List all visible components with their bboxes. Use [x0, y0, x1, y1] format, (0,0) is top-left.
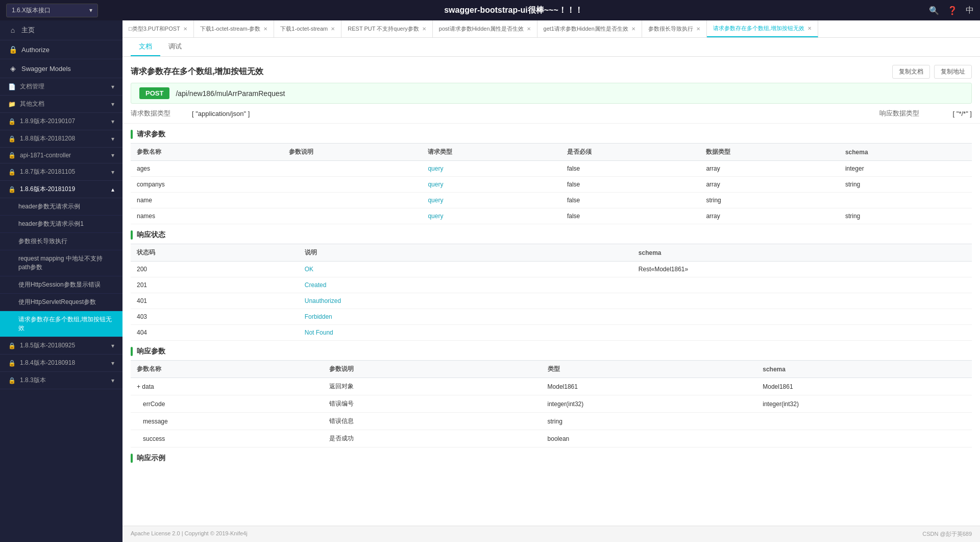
- tab-1-label: 下载1-octet-stream-参数: [200, 25, 261, 33]
- panel-tab-doc[interactable]: 文档: [131, 38, 160, 56]
- response-status-header-row: 状态码 说明 schema: [131, 244, 972, 262]
- sidebar-item-authorize[interactable]: 🔒 Authorize: [0, 40, 122, 59]
- response-data-types: 响应数据类型 [ "*/*" ]: [879, 109, 972, 118]
- version-7-icon: 🔒: [8, 377, 16, 384]
- request-params-table: 参数名称 参数说明 请求类型 是否必须 数据类型 schema ages que…: [131, 143, 972, 224]
- copy-addr-button[interactable]: 复制地址: [934, 65, 972, 79]
- sidebar-sub-2[interactable]: 参数很长导致执行: [0, 233, 122, 250]
- sidebar-item-other-docs[interactable]: 📁 其他文档 ▾: [0, 96, 122, 113]
- tab-5[interactable]: get1请求参数Hidden属性是否生效 ✕: [537, 20, 642, 37]
- sidebar-version-7[interactable]: 🔒 1.8.3版本 ▾: [0, 372, 122, 389]
- version-arrow-icon: ▾: [89, 7, 92, 14]
- main-layout: ⌂ 主页 🔒 Authorize ◈ Swagger Models 📄 文档管理…: [0, 20, 980, 542]
- response-status-row-4: 404 Not Found: [131, 325, 972, 341]
- tab-2[interactable]: 下载1-octet-stream ✕: [274, 20, 341, 37]
- sidebar-sub-1[interactable]: header参数无请求示例1: [0, 216, 122, 233]
- th-status-schema: schema: [632, 244, 972, 262]
- sidebar-version-4[interactable]: 🔒 1.8.6版本-20181019 ▴: [0, 181, 122, 198]
- footer-right: CSDN @彭于英689: [922, 530, 972, 538]
- th-resp-schema: schema: [756, 361, 972, 378]
- request-data-type-label: 请求数据类型: [131, 109, 192, 118]
- sidebar: ⌂ 主页 🔒 Authorize ◈ Swagger Models 📄 文档管理…: [0, 20, 122, 542]
- tab-7[interactable]: 请求参数存在多个数组,增加按钮无效 ✕: [707, 20, 818, 37]
- response-status-header: 响应状态: [131, 230, 972, 240]
- request-data-type-value: [ "application/json" ]: [192, 110, 250, 117]
- resp-param-type-0: Model1861: [542, 378, 757, 395]
- sidebar-sub-5[interactable]: 使用HttpServletRequest参数: [0, 294, 122, 311]
- sidebar-version-2[interactable]: 🔒 api-1871-controller ▾: [0, 148, 122, 163]
- th-resp-empty: [487, 361, 542, 378]
- topbar: 1.6.X版本接口 ▾ swagger-bootstrap-ui很棒~~~！！！…: [0, 0, 980, 20]
- resp-param-empty-2: [487, 413, 542, 430]
- tab-2-label: 下载1-octet-stream: [280, 25, 328, 33]
- help-icon[interactable]: ❓: [947, 6, 958, 15]
- tab-1-close[interactable]: ✕: [263, 26, 267, 32]
- resp-param-schema-3: [756, 430, 972, 447]
- req-param-name-1: companys: [131, 177, 283, 193]
- api-header: 请求参数存在多个数组,增加按钮无效 复制文档 复制地址: [122, 57, 980, 83]
- sidebar-version-3[interactable]: 🔒 1.8.7版本-20181105 ▾: [0, 163, 122, 181]
- resp-status-empty-2: [565, 293, 632, 309]
- tab-1[interactable]: 下载1-octet-stream-参数 ✕: [194, 20, 275, 37]
- panel-tab-debug[interactable]: 调试: [160, 38, 190, 56]
- request-params-row-3: names query false array string: [131, 208, 972, 224]
- response-params-table: 参数名称 参数说明 类型 schema + data 返回对象 Model186…: [131, 360, 972, 447]
- sidebar-version-6[interactable]: 🔒 1.8.4版本-20180918 ▾: [0, 355, 122, 372]
- sidebar-item-swagger-models[interactable]: ◈ Swagger Models: [0, 59, 122, 78]
- tab-4[interactable]: post请求参数Hidden属性是否生效 ✕: [433, 20, 537, 37]
- resp-status-desc-0: OK: [299, 262, 566, 277]
- sidebar-swagger-label: Swagger Models: [21, 65, 71, 73]
- resp-status-schema-0: Rest«Model1861»: [632, 262, 972, 277]
- tab-0-close[interactable]: ✕: [183, 26, 187, 32]
- tab-4-close[interactable]: ✕: [527, 26, 531, 32]
- version-6-icon: 🔒: [8, 360, 16, 367]
- sidebar-sub-0[interactable]: header参数无请求示例: [0, 198, 122, 216]
- tabs-bar: □类型3.PUT和POST ✕ 下载1-octet-stream-参数 ✕ 下载…: [122, 20, 980, 38]
- sidebar-item-doc-mgmt[interactable]: 📄 文档管理 ▾: [0, 78, 122, 96]
- tab-0-label: □类型3.PUT和POST: [129, 25, 180, 33]
- lang-icon[interactable]: 中: [966, 5, 974, 16]
- version-0-icon: 🔒: [8, 118, 16, 125]
- sidebar-version-1[interactable]: 🔒 1.8.8版本-20181208 ▾: [0, 130, 122, 148]
- version-selector[interactable]: 1.6.X版本接口 ▾: [6, 4, 98, 17]
- tab-6[interactable]: 参数很长导致执行 ✕: [642, 20, 707, 37]
- tab-5-close[interactable]: ✕: [631, 26, 635, 32]
- request-params-section: 请求参数 参数名称 参数说明 请求类型 是否必须 数据类型 schema: [131, 130, 972, 224]
- resp-status-code-1: 201: [131, 277, 299, 293]
- sidebar-sub-4[interactable]: 使用HttpSession参数显示错误: [0, 276, 122, 294]
- response-params-bar: [131, 347, 133, 356]
- resp-param-name-1: errCode: [131, 395, 323, 413]
- tab-7-close[interactable]: ✕: [807, 26, 812, 31]
- sidebar-version-0[interactable]: 🔒 1.8.9版本-20190107 ▾: [0, 113, 122, 130]
- tab-2-close[interactable]: ✕: [331, 26, 335, 32]
- version-7-arrow-icon: ▾: [111, 377, 114, 384]
- sidebar-version-5[interactable]: 🔒 1.8.5版本-20180925 ▾: [0, 337, 122, 355]
- req-param-desc-2: [283, 193, 422, 208]
- response-params-row-1: errCode 错误编号 integer(int32) integer(int3…: [131, 395, 972, 413]
- response-params-header-row: 参数名称 参数说明 类型 schema: [131, 361, 972, 378]
- th-data-type: 数据类型: [700, 144, 839, 161]
- doc-mgmt-arrow-icon: ▾: [111, 83, 114, 90]
- sidebar-sub-3[interactable]: request mapping 中地址不支持path参数: [0, 250, 122, 276]
- sidebar-otherdocs-label: 其他文档: [20, 100, 44, 108]
- tab-5-label: get1请求参数Hidden属性是否生效: [544, 25, 628, 33]
- response-params-title: 响应参数: [137, 347, 165, 356]
- resp-status-empty-1: [565, 277, 632, 293]
- req-param-type-3: query: [422, 208, 561, 224]
- tab-3-close[interactable]: ✕: [422, 26, 426, 32]
- tab-0[interactable]: □类型3.PUT和POST ✕: [122, 20, 194, 37]
- tab-6-close[interactable]: ✕: [696, 26, 700, 32]
- resp-param-schema-2: [756, 413, 972, 430]
- sidebar-sub-6[interactable]: 请求参数存在多个数组,增加按钮无效: [0, 311, 122, 337]
- header-btns: 复制文档 复制地址: [892, 65, 972, 79]
- search-icon[interactable]: 🔍: [929, 6, 939, 15]
- resp-status-code-2: 401: [131, 293, 299, 309]
- response-status-row-2: 401 Unauthorized: [131, 293, 972, 309]
- sidebar-version-2-label: api-1871-controller: [20, 152, 71, 159]
- version-6-arrow-icon: ▾: [111, 360, 114, 367]
- tab-3[interactable]: REST PUT 不支持query参数 ✕: [341, 20, 433, 37]
- sidebar-item-home[interactable]: ⌂ 主页: [0, 20, 122, 40]
- copy-doc-button[interactable]: 复制文档: [892, 65, 930, 79]
- req-param-schema-1: string: [839, 177, 972, 193]
- th-param-desc: 参数说明: [283, 144, 422, 161]
